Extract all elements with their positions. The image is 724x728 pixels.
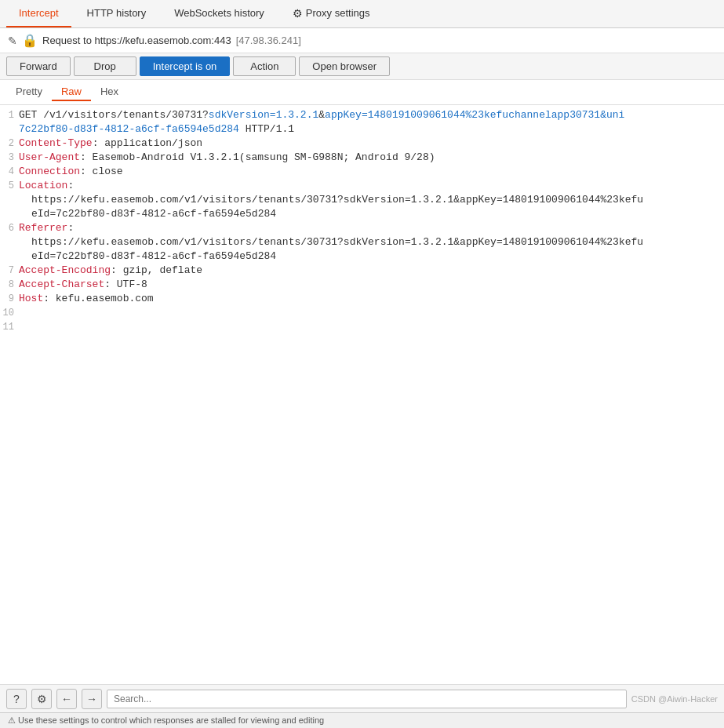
table-row: 7Accept-Encoding: gzip, deflate (0, 264, 724, 278)
lock-icon: 🔒 (22, 33, 38, 48)
token: User-Agent (19, 151, 80, 163)
token: : kefu.easemob.com (43, 293, 153, 304)
tab-hex[interactable]: Hex (91, 83, 128, 101)
table-row: https://kefu.easemob.com/v1/visitors/ten… (0, 235, 724, 249)
token: https://kefu.easemob.com/v1/visitors/ten… (31, 236, 643, 248)
tab-websockets-label: WebSockets history (174, 7, 264, 19)
line-number: 8 (0, 278, 19, 292)
token: appKey=1480191009061044%23kefuchannelapp… (325, 109, 600, 121)
line-number: 4 (0, 165, 19, 179)
line-content[interactable]: Accept-Charset: UTF-8 (19, 278, 724, 292)
token: Connection (19, 166, 80, 177)
token: Host (19, 293, 43, 304)
line-number: 10 (0, 306, 19, 320)
token: sdkVersion=1.3.2.1 (209, 109, 318, 121)
line-content[interactable]: GET /v1/visitors/tenants/30731?sdkVersio… (19, 108, 724, 122)
line-number: 7 (0, 264, 19, 278)
forward-nav-icon[interactable]: → (82, 689, 102, 709)
line-number: 3 (0, 151, 19, 165)
tab-http-history[interactable]: HTTP history (75, 0, 159, 27)
token: : close (80, 166, 123, 177)
line-number (0, 122, 19, 136)
line-content[interactable]: Connection: close (19, 165, 724, 179)
table-row: 10 (0, 306, 724, 320)
table-row: 5Location: (0, 179, 724, 193)
back-icon[interactable]: ← (56, 689, 77, 709)
drop-button[interactable]: Drop (74, 56, 136, 76)
line-content[interactable]: eId=7c22bf80-d83f-4812-a6cf-fa6594e5d284 (19, 207, 724, 221)
token: eId=7c22bf80-d83f-4812-a6cf-fa6594e5d284 (31, 208, 276, 220)
table-row: 3User-Agent: Easemob-Android V1.3.2.1(sa… (0, 151, 724, 165)
tab-websockets-history[interactable]: WebSockets history (162, 0, 277, 27)
tab-http-history-label: HTTP history (87, 7, 147, 19)
intercept-is-on-button[interactable]: Intercept is on (140, 56, 231, 76)
line-content[interactable]: Content-Type: application/json (19, 136, 724, 151)
notice-text: ⚠ Use these settings to control which re… (8, 715, 324, 725)
line-content[interactable]: https://kefu.easemob.com/v1/visitors/ten… (19, 235, 724, 249)
line-number: 2 (0, 136, 19, 151)
gear-icon: ⚙ (293, 7, 303, 20)
tab-pretty[interactable]: Pretty (6, 83, 52, 101)
line-number: 5 (0, 179, 19, 193)
action-button[interactable]: Action (233, 56, 296, 76)
line-content[interactable]: Location: (19, 179, 724, 193)
table-row: 7c22bf80-d83f-4812-a6cf-fa6594e5d284 HTT… (0, 122, 724, 136)
token: : Easemob-Android V1.3.2.1(samsung SM-G9… (80, 151, 435, 163)
token: Referrer (19, 222, 67, 234)
token: GET /v1/visitors/tenants/30731? (19, 109, 209, 121)
forward-button[interactable]: Forward (6, 56, 71, 76)
open-browser-button[interactable]: Open browser (299, 56, 390, 76)
settings-icon[interactable]: ⚙ (31, 689, 52, 709)
help-icon[interactable]: ? (6, 689, 27, 709)
table-row: 4Connection: close (0, 165, 724, 179)
request-content: 1GET /v1/visitors/tenants/30731?sdkVersi… (0, 105, 724, 684)
tab-bar: Intercept HTTP history WebSockets histor… (0, 0, 724, 28)
token: : UTF-8 (104, 278, 147, 290)
token: Accept-Encoding (19, 264, 111, 276)
table-row: 1GET /v1/visitors/tenants/30731?sdkVersi… (0, 108, 724, 122)
table-row: eId=7c22bf80-d83f-4812-a6cf-fa6594e5d284 (0, 207, 724, 221)
search-input[interactable] (107, 690, 627, 708)
line-content[interactable] (19, 306, 724, 320)
table-row: eId=7c22bf80-d83f-4812-a6cf-fa6594e5d284 (0, 249, 724, 264)
line-content[interactable]: Referrer: (19, 221, 724, 235)
line-content[interactable]: Host: kefu.easemob.com (19, 292, 724, 306)
notice-bar: ⚠ Use these settings to control which re… (0, 712, 724, 728)
token: Location (19, 180, 67, 191)
table-row: 6Referrer: (0, 221, 724, 235)
tab-intercept[interactable]: Intercept (6, 0, 71, 27)
line-number (0, 249, 19, 264)
token: : (67, 222, 74, 234)
format-tabs: Pretty Raw Hex (0, 80, 724, 105)
token: Accept-Charset (19, 278, 104, 290)
edit-icon[interactable]: ✎ (8, 35, 17, 47)
token: & (318, 109, 325, 121)
tab-proxy-label: Proxy settings (306, 7, 370, 19)
line-number: 6 (0, 221, 19, 235)
line-number: 9 (0, 292, 19, 306)
token: &uni (600, 109, 624, 121)
line-content[interactable]: Accept-Encoding: gzip, deflate (19, 264, 724, 278)
bottom-bar: ? ⚙ ← → CSDN @Aiwin-Hacker (0, 684, 724, 712)
line-number: 1 (0, 108, 19, 122)
line-content[interactable]: User-Agent: Easemob-Android V1.3.2.1(sam… (19, 151, 724, 165)
tab-proxy-settings[interactable]: ⚙ Proxy settings (280, 0, 383, 27)
line-content[interactable]: eId=7c22bf80-d83f-4812-a6cf-fa6594e5d284 (19, 249, 724, 264)
token: : gzip, deflate (111, 264, 202, 276)
line-number (0, 235, 19, 249)
tab-raw[interactable]: Raw (52, 83, 91, 101)
url-text: Request to https://kefu.easemob.com:443 (42, 35, 231, 46)
token: : application/json (93, 137, 202, 149)
action-bar: Forward Drop Intercept is on Action Open… (0, 53, 724, 80)
table-row: 2Content-Type: application/json (0, 136, 724, 151)
table-row: 11 (0, 320, 724, 334)
line-content[interactable] (19, 320, 724, 334)
token: 7c22bf80-d83f-4812-a6cf-fa6594e5d284 (19, 123, 239, 135)
table-row: https://kefu.easemob.com/v1/visitors/ten… (0, 193, 724, 207)
token: HTTP/1.1 (239, 123, 294, 135)
line-content[interactable]: 7c22bf80-d83f-4812-a6cf-fa6594e5d284 HTT… (19, 122, 724, 136)
token: https://kefu.easemob.com/v1/visitors/ten… (31, 194, 643, 206)
line-content[interactable]: https://kefu.easemob.com/v1/visitors/ten… (19, 193, 724, 207)
tab-intercept-label: Intercept (19, 7, 59, 19)
token: eId=7c22bf80-d83f-4812-a6cf-fa6594e5d284 (31, 250, 276, 262)
